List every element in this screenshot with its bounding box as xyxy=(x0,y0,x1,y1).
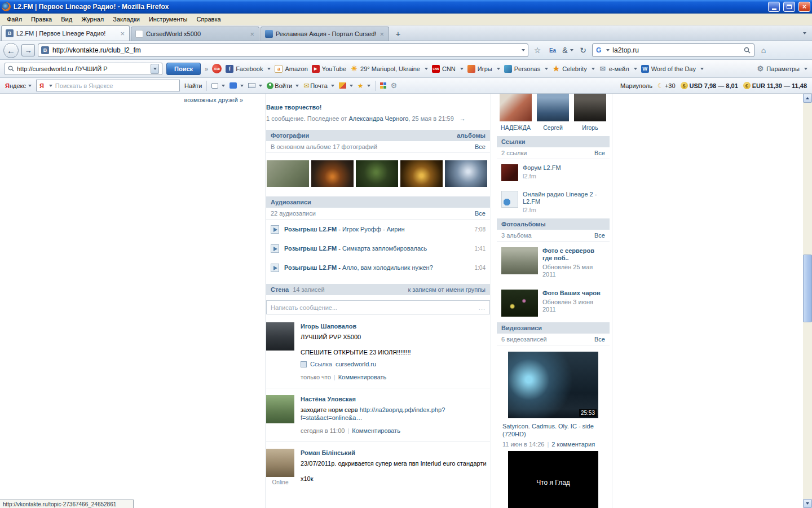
yandex-login-button[interactable]: Войти xyxy=(267,82,299,89)
ask-item-facebook[interactable]: fFacebook xyxy=(226,65,271,73)
comments-icon[interactable] xyxy=(211,83,225,89)
videos-all-link[interactable]: Все xyxy=(594,336,605,343)
menu-help[interactable]: Справка xyxy=(192,14,225,24)
audio-artist-link[interactable]: Розыгрыш L2.FM xyxy=(284,245,337,252)
video-title-link[interactable]: Satyricon. Cadmus. Oly. IC - side (720HD… xyxy=(502,422,604,438)
post-time-link[interactable]: сегодня в 11:00 xyxy=(301,427,345,434)
album-title[interactable]: Фото с серверов где поб.. xyxy=(542,247,605,262)
avatar[interactable] xyxy=(266,449,294,477)
menu-view[interactable]: Вид xyxy=(56,14,77,24)
audio-all-link[interactable]: Все xyxy=(475,210,486,217)
ask-item-games[interactable]: Игры xyxy=(467,65,500,73)
avatar[interactable] xyxy=(266,322,294,351)
translate-extension-icon[interactable]: Ea xyxy=(546,44,559,56)
photo-thumbnail[interactable] xyxy=(445,160,487,187)
menu-file[interactable]: Файл xyxy=(2,14,27,24)
video-comments-link[interactable]: 2 комментария xyxy=(551,441,595,448)
play-button[interactable] xyxy=(271,244,279,253)
tab-promo[interactable]: Рекламная Акция - Портал CursedWorld × xyxy=(261,27,389,41)
ask-item-weather[interactable]: ☀29° Mariupol, Ukraine xyxy=(350,65,428,73)
tab-close-icon[interactable]: × xyxy=(379,30,385,38)
menu-tools[interactable]: Инструменты xyxy=(144,14,192,24)
wall-message-input[interactable]: Написать сообщение... ... xyxy=(266,300,490,314)
play-button[interactable] xyxy=(271,264,279,272)
photo-thumbnail[interactable] xyxy=(400,160,443,187)
list-all-tabs-button[interactable] xyxy=(796,29,811,36)
tab-close-icon[interactable]: × xyxy=(249,30,255,38)
member-item[interactable]: НАДЕЖДА xyxy=(500,94,532,131)
yandex-mail-button[interactable]: ✉Почта xyxy=(303,82,334,90)
ask-item-cnn[interactable]: CNNCNN xyxy=(432,65,464,73)
avatar[interactable] xyxy=(574,94,606,121)
link-title[interactable]: Онлайн радио Lineage 2 - L2.FM xyxy=(523,191,605,205)
eur-rate-widget[interactable]: €EUR 11,30 — 11,48 xyxy=(743,82,807,89)
ask-search-box[interactable]: http://cursedworld.ru ЛУЧШИЙ Р xyxy=(5,63,162,75)
post-author-link[interactable]: Игорь Шаповалов xyxy=(301,322,490,330)
avatar[interactable] xyxy=(537,94,569,121)
scrollbar-thumb[interactable] xyxy=(803,255,812,322)
url-bar[interactable]: B http://vkontakte.ru/club_l2_fm xyxy=(38,43,528,57)
magnifier-icon[interactable] xyxy=(744,47,751,54)
avatar[interactable] xyxy=(266,395,294,423)
member-name-link[interactable]: Игорь xyxy=(574,124,606,131)
member-item[interactable]: Сергей xyxy=(537,94,569,131)
tab-cursedworld[interactable]: CursedWorld x5000 × xyxy=(131,27,259,41)
play-button[interactable] xyxy=(271,225,279,234)
member-item[interactable]: Игорь xyxy=(574,94,606,131)
back-button[interactable]: ← xyxy=(3,43,19,58)
ask-options-button[interactable]: ⚙Параметры xyxy=(756,65,807,73)
author-link[interactable]: Александра Черного xyxy=(348,115,408,122)
comment-link[interactable]: Комментировать xyxy=(338,374,387,380)
link-title[interactable]: Форум L2.FM xyxy=(523,164,561,172)
keyboard-icon[interactable] xyxy=(248,83,262,88)
ask-item-amazon[interactable]: aAmazon xyxy=(275,65,307,73)
links-all-link[interactable]: Все xyxy=(594,150,605,156)
minimize-button[interactable] xyxy=(768,2,780,12)
photo-thumbnail[interactable] xyxy=(311,160,354,187)
reload-button[interactable]: ↻ xyxy=(577,44,589,56)
ask-search-button[interactable]: Поиск xyxy=(166,63,201,75)
attachment-link[interactable]: cursedworld.ru xyxy=(336,360,376,368)
ask-item-youtube[interactable]: ▶YouTube xyxy=(312,65,346,73)
tab-l2fm[interactable]: B L2.FM | Первое Lineage Радио! × xyxy=(1,25,130,41)
scroll-up-button[interactable] xyxy=(803,94,812,103)
maximize-button[interactable] xyxy=(783,2,795,12)
albums-all-link[interactable]: Все xyxy=(594,232,605,239)
apps-grid-icon[interactable] xyxy=(380,82,386,89)
search-bar[interactable]: G la2top.ru xyxy=(592,43,754,57)
ask-logo-icon[interactable]: Ask xyxy=(212,64,222,73)
photo-thumbnail[interactable] xyxy=(267,160,309,187)
ask-search-dropdown[interactable] xyxy=(151,64,159,74)
ask-item-word-of-the-day[interactable]: WWord of the Day xyxy=(641,65,704,73)
city-label[interactable]: Мариуполь xyxy=(620,82,652,89)
extension-menu-icon[interactable]: & xyxy=(562,44,574,56)
home-button[interactable]: ⌂ xyxy=(757,44,770,56)
album-thumbnail[interactable] xyxy=(501,247,538,274)
url-dropdown-icon[interactable] xyxy=(522,49,525,51)
albums-link[interactable]: альбомы xyxy=(457,132,486,139)
attach-icon[interactable]: ... xyxy=(479,304,486,311)
menu-bookmarks[interactable]: Закладки xyxy=(108,14,144,24)
video-thumbnail[interactable]: Что я Глад xyxy=(508,451,598,508)
photo-thumbnail[interactable] xyxy=(356,160,398,187)
yandex-search-box[interactable]: Я Поискать в Яндексе xyxy=(36,80,180,91)
link-thumbnail[interactable] xyxy=(501,191,518,208)
audio-title-link[interactable]: Симкарта запломбировалась xyxy=(342,245,427,252)
video-thumbnail[interactable]: 25:53 xyxy=(508,352,598,418)
usd-rate-widget[interactable]: $USD 7,98 — 8,01 xyxy=(681,82,738,89)
wall-group-posts-link[interactable]: к записям от имени группы xyxy=(408,286,486,293)
weather-widget[interactable]: ☾+30 xyxy=(657,82,675,90)
settings-gear-icon[interactable]: ⚙ xyxy=(391,81,398,90)
search-engine-dropdown-icon[interactable] xyxy=(606,49,610,51)
post-time-link[interactable]: только что xyxy=(301,374,331,380)
close-button[interactable]: × xyxy=(798,2,810,12)
photos-widget-icon[interactable] xyxy=(339,82,353,89)
menu-edit[interactable]: Правка xyxy=(27,14,56,24)
audio-title-link[interactable]: Игрок Руофф - Аирин xyxy=(342,226,405,233)
album-title[interactable]: Фото Ваших чаров xyxy=(542,290,605,297)
translate-icon[interactable] xyxy=(230,82,244,89)
yandex-find-button[interactable]: Найти xyxy=(184,82,202,89)
favorites-widget-icon[interactable]: ★ xyxy=(358,82,370,90)
comment-link[interactable]: Комментировать xyxy=(352,427,400,434)
possible-friends-link[interactable]: возможных друзей » xyxy=(183,97,243,103)
